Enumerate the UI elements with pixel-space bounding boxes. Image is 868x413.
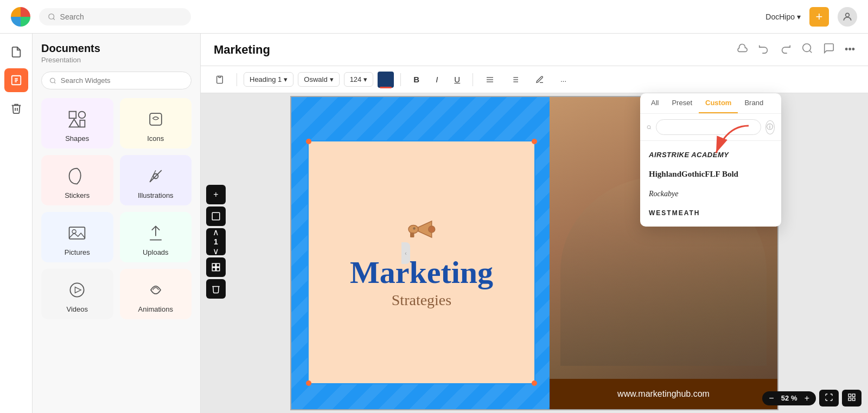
search-input[interactable] — [60, 12, 182, 21]
undo-icon[interactable] — [758, 42, 770, 57]
font-picker-panel: All Preset Custom Brand ⓘ AIRSTRIKE ACAD… — [640, 93, 781, 227]
top-navigation: DocHipo ▾ + — [0, 0, 868, 34]
svg-line-23 — [809, 50, 812, 53]
sidebar: Documents Presentation Shapes — [33, 34, 201, 413]
rail-item-doc[interactable] — [4, 40, 28, 64]
widget-search-bar[interactable] — [41, 72, 192, 89]
more-options-icon[interactable]: ••• — [845, 44, 855, 55]
text-color-button[interactable] — [378, 72, 394, 88]
comment-icon[interactable] — [823, 42, 835, 57]
font-list: AIRSTRIKE ACADEMY HighlandGothicFLF Bold… — [640, 141, 781, 227]
slide-strategies-text: Strategies — [392, 292, 451, 309]
svg-rect-46 — [848, 394, 851, 397]
tab-all[interactable]: All — [644, 93, 665, 113]
font-rockabye[interactable]: Rockabye — [640, 184, 781, 204]
zoom-out-button[interactable]: − — [769, 393, 774, 403]
svg-rect-49 — [852, 398, 855, 401]
widget-videos[interactable]: Videos — [41, 269, 113, 319]
svg-marker-21 — [75, 287, 81, 293]
svg-rect-38 — [216, 263, 220, 267]
font-search-input[interactable] — [656, 119, 761, 135]
fit-to-screen-button[interactable] — [819, 390, 839, 406]
svg-rect-17 — [69, 227, 85, 239]
widget-shapes[interactable]: Shapes — [41, 98, 113, 149]
cloud-save-icon[interactable] — [736, 42, 748, 57]
find-icon[interactable] — [801, 42, 813, 57]
font-size-dropdown[interactable]: 124 ▾ — [344, 72, 374, 87]
sidebar-subtitle: Presentation — [41, 56, 192, 64]
animations-icon — [146, 279, 165, 301]
megaphone-icon — [405, 216, 438, 249]
user-avatar[interactable] — [838, 7, 857, 27]
font-dropdown-trigger[interactable]: Oswald ▾ — [298, 72, 339, 87]
grid-layout-btn[interactable] — [206, 257, 226, 277]
italic-button[interactable]: I — [430, 72, 444, 87]
widget-illustrations[interactable]: Illustrations — [120, 155, 192, 205]
more-toolbar-button[interactable]: ... — [554, 72, 572, 87]
rail-item-trash[interactable] — [4, 96, 28, 120]
app-logo[interactable] — [11, 7, 30, 27]
add-button[interactable]: + — [809, 7, 829, 27]
sidebar-title: Documents — [41, 42, 192, 55]
zoom-in-button[interactable]: + — [805, 393, 809, 403]
tab-preset[interactable]: Preset — [665, 93, 699, 113]
separator-3 — [473, 73, 473, 86]
uploads-label: Uploads — [143, 248, 169, 256]
svg-point-22 — [803, 44, 811, 52]
widget-search-input[interactable] — [61, 76, 183, 85]
svg-rect-9 — [69, 112, 76, 119]
global-search-bar[interactable] — [39, 8, 191, 25]
stickers-icon — [67, 165, 87, 187]
tab-brand[interactable]: Brand — [738, 93, 770, 113]
document-title: Marketing — [214, 43, 270, 57]
widget-icons[interactable]: Icons — [120, 98, 192, 149]
add-slide-btn[interactable]: + — [206, 185, 226, 204]
main-layout: Documents Presentation Shapes — [0, 34, 868, 413]
pen-button[interactable] — [529, 72, 550, 87]
illustrations-label: Illustrations — [138, 191, 174, 199]
svg-rect-24 — [219, 76, 221, 78]
rail-item-page[interactable] — [4, 68, 28, 92]
svg-point-10 — [79, 112, 86, 119]
header-actions: ••• — [736, 42, 855, 57]
content-area: Marketing — [201, 34, 868, 413]
brand-switcher[interactable]: DocHipo ▾ — [765, 12, 801, 21]
content-header: Marketing — [201, 34, 868, 66]
font-search-icon — [647, 124, 652, 131]
search-icon — [49, 77, 56, 85]
delete-element-btn[interactable] — [206, 279, 226, 299]
widget-uploads[interactable]: Uploads — [120, 212, 192, 262]
font-airstrike[interactable]: AIRSTRIKE ACADEMY — [640, 145, 781, 164]
svg-rect-12 — [80, 120, 85, 127]
svg-rect-47 — [852, 394, 855, 397]
nav-right: DocHipo ▾ + — [765, 7, 857, 27]
font-highland[interactable]: HighlandGothicFLF Bold — [640, 164, 781, 184]
widget-animations[interactable]: Animations — [120, 269, 192, 319]
bold-button[interactable]: B — [407, 72, 425, 87]
heading-dropdown[interactable]: Heading 1 ▾ — [244, 72, 293, 87]
svg-point-0 — [49, 14, 54, 19]
list-button[interactable] — [505, 72, 525, 87]
align-button[interactable] — [480, 72, 500, 87]
underline-button[interactable]: U — [448, 72, 466, 87]
clipboard-button[interactable] — [209, 72, 230, 87]
redo-icon[interactable] — [780, 42, 792, 57]
grid-view-button[interactable] — [842, 390, 861, 406]
videos-icon — [67, 279, 87, 301]
slide-peach-content-box[interactable]: Marketing Strategies — [308, 140, 535, 384]
tab-custom[interactable]: Custom — [699, 93, 738, 113]
svg-rect-48 — [848, 398, 851, 401]
svg-point-34 — [647, 125, 650, 128]
svg-point-7 — [50, 78, 55, 83]
pictures-icon — [67, 222, 87, 244]
videos-label: Videos — [66, 305, 88, 313]
info-icon[interactable]: ⓘ — [765, 120, 775, 134]
widget-stickers[interactable]: Stickers — [41, 155, 113, 205]
zoom-controls: − 52 % + — [762, 390, 861, 406]
widget-pictures[interactable]: Pictures — [41, 212, 113, 262]
shapes-label: Shapes — [65, 134, 89, 143]
sidebar-collapse-handle[interactable]: ‹ — [401, 242, 410, 264]
font-westmeath[interactable]: WESTMEATH — [640, 204, 781, 222]
frame-btn[interactable] — [206, 206, 226, 226]
search-icon — [48, 12, 56, 21]
